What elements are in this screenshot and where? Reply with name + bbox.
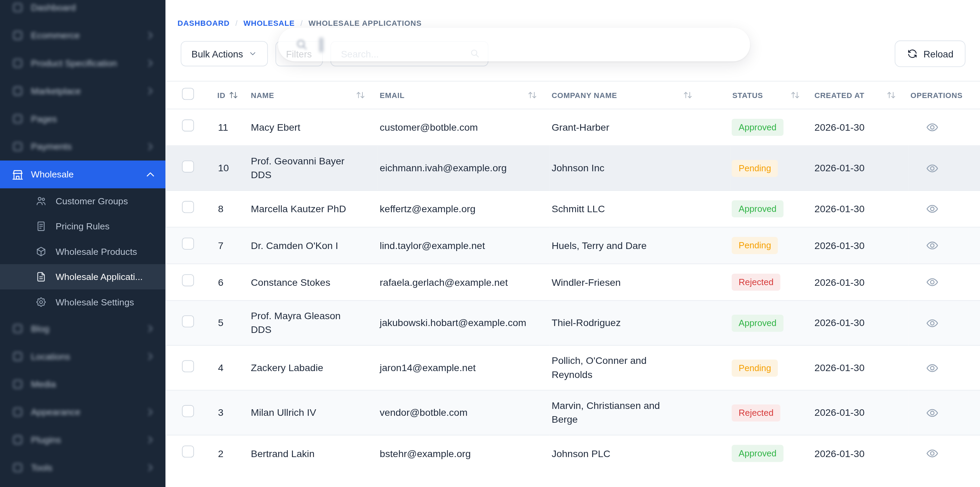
receipt-icon — [35, 220, 47, 232]
sidebar-item-tools[interactable]: Tools — [0, 454, 165, 482]
chevron-right-icon — [144, 322, 157, 335]
column-header-email[interactable]: EMAIL — [380, 90, 404, 100]
cell-name: Marcella Kautzer PhD — [249, 191, 378, 228]
column-header-id[interactable]: ID — [217, 90, 226, 100]
row-email: vendor@botble.com — [378, 406, 550, 420]
view-button[interactable] — [924, 446, 940, 462]
plugins-icon — [11, 434, 24, 446]
breadcrumb-item-dashboard[interactable]: DASHBOARD — [177, 19, 230, 28]
column-header-company[interactable]: COMPANY NAME — [552, 90, 617, 100]
cell-email: jakubowski.hobart@example.com — [378, 301, 550, 345]
sort-icon[interactable] — [356, 91, 366, 100]
sidebar-item-locations[interactable]: Locations — [0, 342, 165, 371]
row-checkbox[interactable] — [182, 405, 194, 417]
row-checkbox[interactable] — [182, 160, 194, 172]
sidebar-item-label: Blog — [31, 324, 137, 334]
view-button[interactable] — [924, 274, 940, 291]
sidebar-subitem-wholesale-settings[interactable]: Wholesale Settings — [0, 290, 165, 315]
view-button[interactable] — [924, 119, 940, 135]
sidebar: DashboardEcommerceProduct SpecificationM… — [0, 0, 165, 487]
row-created-at: 2026-01-30 — [813, 120, 908, 134]
sidebar-item-dashboard[interactable]: Dashboard — [0, 0, 165, 21]
table-row[interactable]: 11Macy Ebertcustomer@botble.comGrant-Har… — [165, 109, 980, 146]
view-button[interactable] — [924, 201, 940, 217]
sidebar-subitem-customer-groups[interactable]: Customer Groups — [0, 188, 165, 214]
view-button[interactable] — [924, 315, 940, 331]
cell-ops — [908, 435, 980, 472]
sidebar-item-media[interactable]: Media — [0, 371, 165, 398]
store-icon — [11, 168, 24, 181]
sidebar-subitem-pricing-rules[interactable]: Pricing Rules — [0, 213, 165, 239]
sidebar-item-ecommerce[interactable]: Ecommerce — [0, 21, 165, 49]
cell-name: Bertrand Lakin — [249, 435, 378, 472]
sort-icon[interactable] — [528, 91, 537, 100]
cell-name: Constance Stokes — [249, 264, 378, 301]
table-row[interactable]: 3Milan Ullrich IVvendor@botble.comMarvin… — [165, 390, 980, 435]
sort-icon[interactable] — [229, 91, 238, 100]
sidebar-item-plugins[interactable]: Plugins — [0, 426, 165, 454]
column-header-created[interactable]: CREATED AT — [815, 90, 864, 100]
cell-email: keffertz@example.org — [378, 191, 550, 228]
header-cell-created: CREATED AT — [813, 81, 908, 109]
breadcrumb-item-wholesale[interactable]: WHOLESALE — [243, 19, 295, 28]
cell-status: Approved — [730, 301, 813, 345]
row-checkbox[interactable] — [182, 238, 194, 250]
bulk-actions-button[interactable]: Bulk Actions — [181, 41, 268, 66]
sidebar-item-payments[interactable]: Payments — [0, 133, 165, 161]
sidebar-item-pages[interactable]: Pages — [0, 105, 165, 133]
blog-icon — [11, 322, 24, 335]
status-badge: Rejected — [732, 274, 781, 291]
global-search-overlay[interactable] — [278, 28, 750, 61]
sidebar-item-settings[interactable]: Settings — [0, 482, 165, 487]
table-row[interactable]: 4Zackery Labadiejaron14@example.netPolli… — [165, 345, 980, 390]
column-header-name[interactable]: NAME — [251, 90, 274, 100]
table-row[interactable]: 7Dr. Camden O'Kon Ilind.taylor@example.n… — [165, 228, 980, 264]
table-row[interactable]: 6Constance Stokesrafaela.gerlach@example… — [165, 264, 980, 301]
table-row[interactable]: 10Prof. Geovanni Bayer DDSeichmann.ivah@… — [165, 146, 980, 191]
refresh-icon — [907, 48, 918, 59]
sidebar-item-appearance[interactable]: Appearance — [0, 398, 165, 426]
sidebar-item-marketplace[interactable]: Marketplace — [0, 77, 165, 105]
sort-icon[interactable] — [683, 91, 692, 100]
view-button[interactable] — [924, 360, 940, 376]
sidebar-item-product-specification[interactable]: Product Specification — [0, 49, 165, 77]
table-row[interactable]: 5Prof. Mayra Gleason DDSjakubowski.hobar… — [165, 301, 980, 345]
row-checkbox[interactable] — [182, 274, 194, 286]
reload-label: Reload — [923, 48, 953, 59]
row-name: Prof. Geovanni Bayer DDS — [249, 154, 361, 182]
cell-company: Thiel-Rodriguez — [550, 301, 731, 345]
cell-company: Pollich, O'Conner and Reynolds — [550, 345, 731, 390]
sidebar-item-wholesale[interactable]: Wholesale — [0, 161, 165, 188]
view-button[interactable] — [924, 237, 940, 254]
cell-name: Macy Ebert — [249, 109, 378, 146]
sidebar-subitem-wholesale-applicati[interactable]: Wholesale Applicati... — [0, 264, 165, 290]
eye-icon — [925, 275, 939, 289]
sidebar-subitem-wholesale-products[interactable]: Wholesale Products — [0, 239, 165, 264]
cell-ops — [908, 146, 980, 191]
row-name: Constance Stokes — [249, 275, 361, 289]
sort-icon[interactable] — [886, 91, 896, 100]
table-row[interactable]: 8Marcella Kautzer PhDkeffertz@example.or… — [165, 191, 980, 228]
table-row[interactable]: 2Bertrand Lakinbstehr@example.orgJohnson… — [165, 435, 980, 472]
view-button[interactable] — [924, 404, 940, 421]
cell-id: 11 — [213, 109, 249, 146]
view-button[interactable] — [924, 160, 940, 177]
row-checkbox[interactable] — [182, 446, 194, 458]
row-id: 10 — [213, 161, 229, 175]
column-header-status[interactable]: STATUS — [732, 90, 763, 100]
row-checkbox[interactable] — [182, 360, 194, 372]
row-checkbox[interactable] — [182, 201, 194, 213]
row-checkbox[interactable] — [182, 119, 194, 131]
media-icon — [11, 378, 24, 391]
row-name: Zackery Labadie — [249, 361, 361, 374]
row-checkbox[interactable] — [182, 315, 194, 327]
table-header-row: IDNAMEEMAILCOMPANY NAMESTATUSCREATED ATO… — [165, 81, 980, 109]
cell-company: Johnson PLC — [550, 435, 731, 472]
eye-icon — [925, 239, 939, 253]
sort-icon[interactable] — [791, 91, 800, 100]
sidebar-item-blog[interactable]: Blog — [0, 315, 165, 342]
reload-button[interactable]: Reload — [895, 41, 966, 67]
packages-icon — [35, 246, 47, 257]
sidebar-item-label: Marketplace — [31, 86, 137, 96]
select-all-checkbox[interactable] — [182, 88, 194, 100]
